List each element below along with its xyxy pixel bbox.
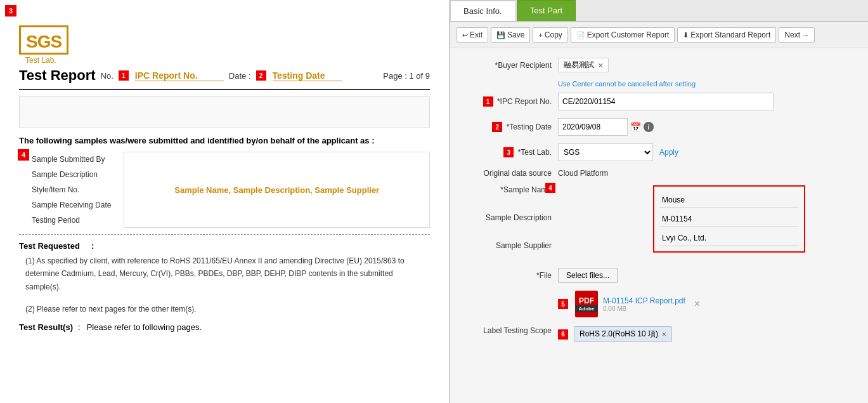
export-customer-icon: 📄 xyxy=(576,31,585,39)
label-testing-value: 6 RoHS 2.0(RoHS 10 項) × xyxy=(558,326,672,342)
test-result-label: Test Result(s) xyxy=(19,322,73,332)
testing-date-placeholder: Testing Date xyxy=(273,70,342,81)
file-name: M-01154 ICP Report.pdf xyxy=(603,296,685,305)
sample-description-right-label: Sample Description xyxy=(463,213,552,222)
original-source-row: Original data source Cloud Platform xyxy=(463,169,855,178)
export-customer-button[interactable]: 📄 Export Customer Report xyxy=(571,27,675,43)
badge-3: 3 xyxy=(5,5,16,17)
page-info: Page : 1 of 9 xyxy=(383,71,430,81)
file-info: M-01154 ICP Report.pdf 0.00 MB xyxy=(603,296,685,312)
test-lab-select[interactable]: SGS xyxy=(558,143,653,161)
save-icon: 💾 xyxy=(496,31,505,39)
date-label: Date : xyxy=(229,71,251,81)
sgs-logo: SGS xyxy=(19,25,68,55)
tag-chip: RoHS 2.0(RoHS 10 項) × xyxy=(574,326,672,342)
sample-supplier-input[interactable] xyxy=(659,230,799,246)
badge-6: 6 xyxy=(558,329,568,340)
sample-values-text: Sample Name, Sample Description, Sample … xyxy=(174,185,379,195)
left-panel: 3 SGS Test Lab. Test Report No. 1 IPC Re… xyxy=(0,0,450,403)
style-item-no-label: Style/Item No. xyxy=(32,182,111,197)
original-source-value: Cloud Platform xyxy=(558,169,608,178)
sample-values-container: Sample Name, Sample Description, Sample … xyxy=(124,152,430,228)
badge-4: 4 xyxy=(18,149,29,161)
sample-name-input[interactable] xyxy=(659,192,799,208)
next-icon: → xyxy=(802,31,809,39)
info-icon[interactable]: i xyxy=(644,122,654,132)
sample-name-label: *Sample Name xyxy=(463,185,552,194)
tag-value: RoHS 2.0(RoHS 10 項) xyxy=(580,329,658,340)
sample-labels: Sample Submitted By Sample Description S… xyxy=(32,152,111,228)
test-result-colon: : xyxy=(78,322,81,332)
badge-1-right: 1 xyxy=(483,96,493,107)
next-button[interactable]: Next → xyxy=(779,27,815,43)
test-result-value: Please refer to following pages. xyxy=(87,322,202,332)
sample-group-box xyxy=(653,185,805,253)
right-panel: Basic Info. Test Part ↩ Exit 💾 Save + Co… xyxy=(450,0,868,403)
copy-button[interactable]: + Copy xyxy=(533,27,567,43)
test-requested-title: Test Requested : xyxy=(19,241,430,251)
tab-test-part[interactable]: Test Part xyxy=(517,0,576,21)
tab-basic-info[interactable]: Basic Info. xyxy=(450,0,515,21)
label-testing-label: Label Testing Scope xyxy=(463,326,558,335)
pdf-icon: PDF Adobe xyxy=(575,291,598,317)
save-button[interactable]: 💾 Save xyxy=(491,27,530,43)
test-lab-label: 3 *Test Lab. xyxy=(463,147,558,157)
sample-description-input[interactable] xyxy=(659,211,799,227)
sample-labels-right: *Sample Name Sample Description Sample S… xyxy=(463,185,558,250)
ipc-report-row: 1 *IPC Report No. xyxy=(463,93,855,110)
test-lab-row: 3 *Test Lab. SGS Apply xyxy=(463,143,855,161)
toolbar: ↩ Exit 💾 Save + Copy 📄 Export Customer R… xyxy=(450,22,868,48)
tabs-bar: Basic Info. Test Part xyxy=(450,0,868,22)
sample-receiving-date-label: Sample Receiving Date xyxy=(32,197,111,213)
use-center-message: Use Center cannot be cancelled after set… xyxy=(558,80,855,88)
file-label: *File xyxy=(463,271,558,280)
ipc-report-no-placeholder: IPC Report No. xyxy=(135,70,224,81)
submitted-text: The following samples was/were submitted… xyxy=(19,136,430,145)
testing-period-label: Testing Period xyxy=(32,213,111,228)
buyer-label: *Buyer Recipient xyxy=(463,61,558,70)
badge-2: 2 xyxy=(256,70,266,81)
apply-link[interactable]: Apply xyxy=(659,148,678,157)
exit-button[interactable]: ↩ Exit xyxy=(457,27,488,43)
buyer-tag: 融易測試 × xyxy=(558,58,609,72)
sample-supplier-label: Sample Supplier xyxy=(463,241,552,250)
report-title: Test Report xyxy=(19,67,96,84)
buyer-row: *Buyer Recipient 融易測試 × xyxy=(463,58,855,72)
buyer-tag-close-button[interactable]: × xyxy=(598,60,603,70)
badge-3-right: 3 xyxy=(503,147,514,157)
badge-4-right: 4 xyxy=(545,183,555,193)
badge-2-right: 2 xyxy=(492,122,502,132)
file-delete-button[interactable]: × xyxy=(694,298,700,310)
buyer-value: 融易測試 xyxy=(564,60,594,70)
sample-submitted-by-label: Sample Submitted By xyxy=(32,152,111,167)
sample-info-row: 4 Sample Submitted By Sample Description… xyxy=(19,152,430,228)
original-source-label: Original data source xyxy=(463,169,558,178)
ipc-report-input[interactable] xyxy=(558,93,774,110)
export-standard-button[interactable]: ⬇ Export Standard Report xyxy=(677,27,776,43)
testing-date-row: 2 *Testing Date 📅 i xyxy=(463,118,855,136)
test-requested-2: (2) Please refer to next pages for the o… xyxy=(19,303,430,315)
tag-chip-close-button[interactable]: × xyxy=(662,330,666,339)
report-header: Test Report No. 1 IPC Report No. Date : … xyxy=(19,67,430,90)
test-lab-label: Test Lab. xyxy=(25,56,68,65)
testing-date-label: 2 *Testing Date xyxy=(463,122,558,132)
select-files-button[interactable]: Select files... xyxy=(558,268,618,283)
pdf-icon-sub: Adobe xyxy=(575,305,598,312)
test-requested-1: (1) As specified by client, with referen… xyxy=(19,254,430,293)
testing-date-wrap: 📅 i xyxy=(558,118,654,136)
calendar-icon[interactable]: 📅 xyxy=(630,122,641,132)
file-item: 5 PDF Adobe M-01154 ICP Report.pdf 0.00 … xyxy=(558,291,855,317)
test-result-row: Test Result(s) : Please refer to followi… xyxy=(19,322,430,332)
ipc-report-label: 1 *IPC Report No. xyxy=(463,96,558,107)
file-size: 0.00 MB xyxy=(603,305,685,312)
badge-5: 5 xyxy=(558,299,568,309)
sample-description-label: Sample Description xyxy=(32,167,111,182)
sample-group-row: *Sample Name Sample Description Sample S… xyxy=(463,185,855,260)
label-testing-row: Label Testing Scope 6 RoHS 2.0(RoHS 10 項… xyxy=(463,326,855,342)
no-label: No. xyxy=(101,71,113,81)
testing-date-input[interactable] xyxy=(558,118,628,136)
exit-icon: ↩ xyxy=(462,31,468,39)
copy-icon: + xyxy=(538,31,542,39)
description-box xyxy=(19,96,430,128)
export-standard-icon: ⬇ xyxy=(683,31,689,39)
